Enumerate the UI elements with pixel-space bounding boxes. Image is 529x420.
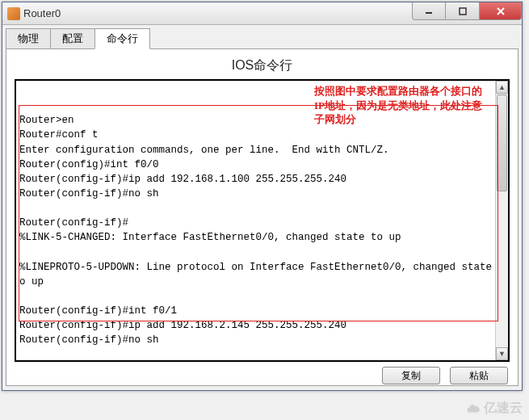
scroll-up-button[interactable]: ▲ [496, 81, 508, 94]
app-window: Router0 物理 配置 命令行 IOS命令行 按照图中要求配置路由器各个接口… [2, 2, 523, 391]
scroll-down-button[interactable]: ▼ [496, 347, 508, 360]
paste-button[interactable]: 粘贴 [450, 367, 508, 384]
annotation-text: 按照图中要求配置路由器各个接口的IP地址，因为是无类地址，此处注意子网划分 [314, 84, 484, 127]
window-controls [412, 2, 522, 20]
copy-button[interactable]: 复制 [382, 367, 440, 384]
minimize-icon [425, 7, 433, 15]
close-button[interactable] [480, 2, 522, 20]
window-title: Router0 [23, 7, 61, 19]
tab-config[interactable]: 配置 [50, 28, 95, 49]
tab-bar: 物理 配置 命令行 [2, 25, 522, 49]
action-bar: 复制 粘贴 [15, 367, 510, 384]
watermark-text: 亿速云 [484, 400, 523, 417]
cloud-icon [466, 401, 481, 416]
terminal-container: 按照图中要求配置路由器各个接口的IP地址，因为是无类地址，此处注意子网划分 Ro… [15, 79, 510, 362]
tab-cli[interactable]: 命令行 [94, 28, 150, 49]
scroll-thumb[interactable] [497, 94, 507, 191]
maximize-icon [459, 7, 467, 15]
close-icon [497, 7, 505, 15]
ios-title: IOS命令行 [15, 56, 510, 79]
svg-rect-1 [460, 8, 466, 15]
tab-content: IOS命令行 按照图中要求配置路由器各个接口的IP地址，因为是无类地址，此处注意… [6, 48, 519, 386]
router-icon [7, 7, 20, 20]
minimize-button[interactable] [412, 2, 446, 20]
tab-physical[interactable]: 物理 [6, 28, 51, 49]
watermark: 亿速云 [466, 400, 523, 417]
scrollbar[interactable]: ▲ ▼ [495, 81, 508, 360]
titlebar[interactable]: Router0 [2, 2, 522, 25]
maximize-button[interactable] [446, 2, 480, 20]
